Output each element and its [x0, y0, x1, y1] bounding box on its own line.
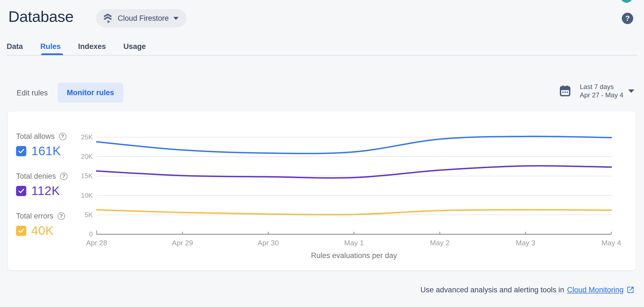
legend-group-errors: Total errors ? 40K	[16, 212, 65, 238]
calendar-icon	[559, 85, 571, 97]
tab-bar: Data Rules Indexes Usage	[7, 41, 146, 51]
legend-group-denies: Total denies ? 112K	[16, 172, 68, 198]
product-selector-chip[interactable]: Cloud Firestore	[96, 9, 186, 27]
cloud-monitoring-note: Use advanced analysis and alerting tools…	[421, 285, 635, 295]
svg-text:25K: 25K	[81, 133, 93, 141]
chevron-down-icon	[628, 89, 634, 93]
chevron-down-icon	[173, 17, 179, 20]
firestore-icon	[102, 13, 113, 24]
help-icon[interactable]: ?	[58, 212, 65, 220]
chart-x-axis	[97, 230, 611, 234]
chart-y-axis-labels: 05K10K15K20K25K	[81, 133, 93, 238]
avatar[interactable]	[620, 0, 633, 3]
svg-text:May 4: May 4	[602, 239, 621, 247]
tab-usage[interactable]: Usage	[123, 41, 146, 51]
edit-rules-button[interactable]: Edit rules	[17, 88, 48, 98]
product-selector-label: Cloud Firestore	[118, 14, 169, 23]
help-icon[interactable]: ?	[59, 133, 66, 140]
denies-checkbox[interactable]	[16, 186, 26, 196]
tab-data[interactable]: Data	[7, 41, 23, 51]
help-icon[interactable]: ?	[60, 173, 68, 180]
svg-text:May 1: May 1	[344, 239, 364, 247]
external-link-icon	[626, 286, 635, 294]
rules-evaluations-chart[interactable]: 05K10K15K20K25KApr 28Apr 29Apr 30May 1Ma…	[8, 111, 636, 270]
chart-caption: Rules evaluations per day	[311, 251, 397, 260]
svg-text:May 2: May 2	[430, 239, 450, 247]
tab-rules[interactable]: Rules	[40, 41, 61, 51]
denies-total-value: 112K	[31, 184, 60, 198]
svg-text:Apr 28: Apr 28	[86, 239, 107, 247]
svg-text:Apr 30: Apr 30	[257, 239, 279, 247]
footer-text: Use advanced analysis and alerting tools…	[421, 285, 564, 295]
checkmark-icon	[18, 187, 25, 194]
rules-monitor-card: 05K10K15K20K25KApr 28Apr 29Apr 30May 1Ma…	[8, 111, 636, 270]
cloud-monitoring-link[interactable]: Cloud Monitoring	[567, 285, 635, 295]
errors-checkbox[interactable]	[16, 226, 26, 236]
errors-total-value: 40K	[31, 223, 54, 238]
allows-total-value: 161K	[31, 144, 61, 158]
allows-checkbox[interactable]	[16, 146, 26, 156]
help-button[interactable]: ?	[622, 13, 633, 24]
date-range-selector[interactable]: Last 7 days Apr 27 - May 4	[559, 83, 634, 99]
line-total-errors	[97, 210, 611, 215]
chart-x-axis-labels: Apr 28Apr 29Apr 30May 1May 2May 3May 4	[86, 239, 621, 247]
legend-group-allows: Total allows ? 161K	[16, 132, 66, 158]
svg-text:10K: 10K	[81, 192, 93, 199]
date-range-dates: Apr 27 - May 4	[580, 91, 623, 99]
svg-text:15K: 15K	[81, 172, 93, 179]
svg-text:20K: 20K	[81, 153, 93, 160]
question-mark-icon: ?	[625, 14, 630, 23]
svg-text:Apr 29: Apr 29	[172, 239, 193, 247]
tab-indexes[interactable]: Indexes	[78, 41, 106, 51]
svg-text:May 3: May 3	[516, 239, 535, 247]
svg-text:5K: 5K	[85, 211, 93, 218]
page-title: Database	[8, 7, 74, 26]
legend-label-allows: Total allows	[16, 132, 55, 141]
monitor-rules-label: Monitor rules	[67, 89, 114, 97]
tab-divider	[7, 55, 637, 56]
legend-label-errors: Total errors	[16, 212, 53, 220]
date-range-preset: Last 7 days	[580, 83, 623, 91]
legend-label-denies: Total denies	[16, 172, 56, 181]
monitor-rules-button[interactable]: Monitor rules	[58, 83, 123, 103]
checkmark-icon	[18, 227, 25, 234]
checkmark-icon	[18, 147, 25, 155]
line-total-allows	[97, 136, 611, 154]
svg-text:0: 0	[89, 230, 93, 238]
